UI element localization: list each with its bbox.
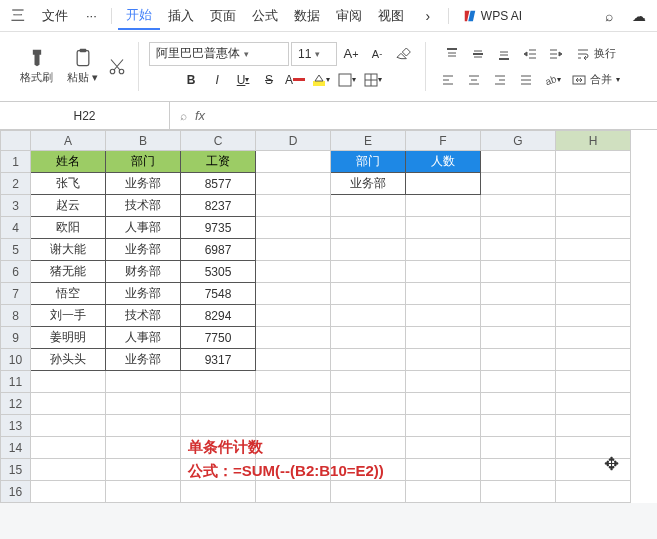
cell-G1[interactable]	[481, 151, 556, 173]
cell-A7[interactable]: 悟空	[31, 283, 106, 305]
cell-C3[interactable]: 8237	[181, 195, 256, 217]
cell-G15[interactable]	[481, 459, 556, 481]
cell-H9[interactable]	[556, 327, 631, 349]
cell-D8[interactable]	[256, 305, 331, 327]
italic-button[interactable]: I	[205, 68, 229, 92]
clear-format-button[interactable]	[391, 42, 415, 66]
cell-E6[interactable]	[331, 261, 406, 283]
row-header-7[interactable]: 7	[1, 283, 31, 305]
cell-H1[interactable]	[556, 151, 631, 173]
cell-F14[interactable]	[406, 437, 481, 459]
cell-F2[interactable]	[406, 173, 481, 195]
col-header-A[interactable]: A	[31, 131, 106, 151]
cell-C16[interactable]	[181, 481, 256, 503]
cell-C2[interactable]: 8577	[181, 173, 256, 195]
row-header-6[interactable]: 6	[1, 261, 31, 283]
cell-G4[interactable]	[481, 217, 556, 239]
cell-H16[interactable]	[556, 481, 631, 503]
cell-B15[interactable]	[106, 459, 181, 481]
cell-H11[interactable]	[556, 371, 631, 393]
row-header-2[interactable]: 2	[1, 173, 31, 195]
align-right-button[interactable]	[488, 68, 512, 92]
align-bottom-button[interactable]	[492, 42, 516, 66]
search-icon[interactable]: ⌕	[180, 109, 187, 123]
cell-H2[interactable]	[556, 173, 631, 195]
cell-H4[interactable]	[556, 217, 631, 239]
cell-G3[interactable]	[481, 195, 556, 217]
cell-F3[interactable]	[406, 195, 481, 217]
cell-A14[interactable]	[31, 437, 106, 459]
cell-E15[interactable]	[331, 459, 406, 481]
row-header-15[interactable]: 15	[1, 459, 31, 481]
cell-C9[interactable]: 7750	[181, 327, 256, 349]
cell-G5[interactable]	[481, 239, 556, 261]
cell-G2[interactable]	[481, 173, 556, 195]
wps-ai-button[interactable]: WPS AI	[455, 9, 530, 23]
outdent-button[interactable]	[518, 42, 542, 66]
cell-A4[interactable]: 欧阳	[31, 217, 106, 239]
col-header-C[interactable]: C	[181, 131, 256, 151]
col-header-F[interactable]: F	[406, 131, 481, 151]
col-header-E[interactable]: E	[331, 131, 406, 151]
cell-D12[interactable]	[256, 393, 331, 415]
cell-E1[interactable]: 部门	[331, 151, 406, 173]
cell-G14[interactable]	[481, 437, 556, 459]
cell-D7[interactable]	[256, 283, 331, 305]
cell-H5[interactable]	[556, 239, 631, 261]
cell-A9[interactable]: 姜明明	[31, 327, 106, 349]
cell-C15[interactable]	[181, 459, 256, 481]
cell-E2[interactable]: 业务部	[331, 173, 406, 195]
col-header-D[interactable]: D	[256, 131, 331, 151]
increase-font-button[interactable]: A+	[339, 42, 363, 66]
cell-H15[interactable]	[556, 459, 631, 481]
cell-C10[interactable]: 9317	[181, 349, 256, 371]
row-header-8[interactable]: 8	[1, 305, 31, 327]
cell-F4[interactable]	[406, 217, 481, 239]
font-color-button[interactable]: A	[283, 68, 307, 92]
cell-G13[interactable]	[481, 415, 556, 437]
cell-F16[interactable]	[406, 481, 481, 503]
row-header-10[interactable]: 10	[1, 349, 31, 371]
cell-D4[interactable]	[256, 217, 331, 239]
cell-D11[interactable]	[256, 371, 331, 393]
align-left-button[interactable]	[436, 68, 460, 92]
cell-F1[interactable]: 人数	[406, 151, 481, 173]
row-header-9[interactable]: 9	[1, 327, 31, 349]
cell-B16[interactable]	[106, 481, 181, 503]
cell-G6[interactable]	[481, 261, 556, 283]
cell-C5[interactable]: 6987	[181, 239, 256, 261]
cell-A2[interactable]: 张飞	[31, 173, 106, 195]
cell-C1[interactable]: 工资	[181, 151, 256, 173]
cell-C13[interactable]	[181, 415, 256, 437]
col-header-H[interactable]: H	[556, 131, 631, 151]
cell-G16[interactable]	[481, 481, 556, 503]
align-center-button[interactable]	[462, 68, 486, 92]
cell-B5[interactable]: 业务部	[106, 239, 181, 261]
cell-F7[interactable]	[406, 283, 481, 305]
highlight-button[interactable]: ▾	[309, 68, 333, 92]
cell-E14[interactable]	[331, 437, 406, 459]
cell-C8[interactable]: 8294	[181, 305, 256, 327]
cut-button[interactable]	[106, 56, 128, 78]
cell-B4[interactable]: 人事部	[106, 217, 181, 239]
cell-G9[interactable]	[481, 327, 556, 349]
cell-A10[interactable]: 孙头头	[31, 349, 106, 371]
align-middle-button[interactable]	[466, 42, 490, 66]
cell-E10[interactable]	[331, 349, 406, 371]
cell-C14[interactable]	[181, 437, 256, 459]
cell-D10[interactable]	[256, 349, 331, 371]
name-box[interactable]: H22	[0, 102, 170, 129]
cell-E11[interactable]	[331, 371, 406, 393]
font-name-select[interactable]: 阿里巴巴普惠体▾	[149, 42, 289, 66]
cell-A8[interactable]: 刘一手	[31, 305, 106, 327]
cell-C6[interactable]: 5305	[181, 261, 256, 283]
cell-H7[interactable]	[556, 283, 631, 305]
cell-H14[interactable]	[556, 437, 631, 459]
strike-button[interactable]: S	[257, 68, 281, 92]
orientation-button[interactable]: ab▾	[540, 68, 564, 92]
more-menu[interactable]: ···	[78, 4, 105, 27]
row-header-13[interactable]: 13	[1, 415, 31, 437]
border-button[interactable]: ▾	[335, 68, 359, 92]
cell-F9[interactable]	[406, 327, 481, 349]
cell-H3[interactable]	[556, 195, 631, 217]
